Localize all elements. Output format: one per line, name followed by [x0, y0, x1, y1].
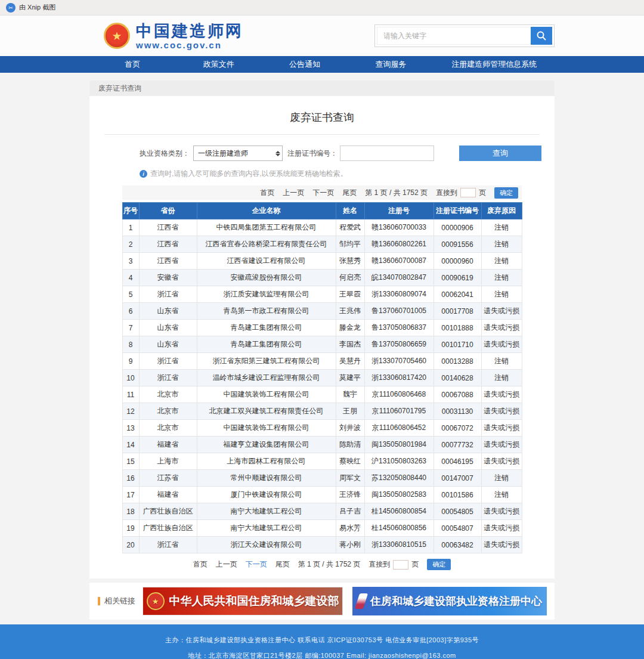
table-row: 20浙江省浙江天众建设有限公司蒋小刚浙13306081051500063482遗… [122, 537, 522, 553]
table-cell: 浙133060817420 [364, 370, 434, 386]
pagination-next-link[interactable]: 下一页 [312, 188, 334, 198]
table-cell: 1 [122, 219, 139, 236]
banner-mohurd-text: 中华人民共和国住房和城乡建设部 [169, 593, 339, 609]
pagination-first-link[interactable]: 首页 [260, 188, 274, 198]
table-cell: 00031130 [434, 403, 481, 420]
banner-registration-center[interactable]: 住房和城乡建设部执业资格注册中心 [352, 587, 547, 615]
related-links-label-wrap: 相关链接 [98, 596, 135, 607]
table-cell: 青岛第一市政工程有限公司 [197, 303, 336, 320]
related-links-label: 相关链接 [104, 596, 135, 607]
table-row: 12北京市北京建工双兴建筑工程有限责任公司王朋京1110607017950003… [122, 403, 522, 420]
nav-item-notice[interactable]: 公告通知 [262, 59, 348, 70]
table-row: 4安徽省安徽疏浚股份有限公司何启亮皖13407080284700090619注销 [122, 270, 522, 286]
table-cell: 注销 [481, 286, 522, 303]
table-header-cell: 企业名称 [197, 203, 336, 219]
table-cell: 浙133060810515 [364, 537, 434, 553]
xnip-label: 由 Xnip 截图 [19, 3, 55, 12]
table-body: 1江西省中铁四局集团第五工程有限公司程爱武赣136060700033000009… [122, 219, 522, 553]
table-cell: 8 [122, 336, 139, 353]
table-cell: 周军文 [336, 470, 364, 487]
goto-page-input[interactable] [460, 188, 476, 197]
pagination-next-link[interactable]: 下一页 [246, 559, 267, 570]
site-name: 中国建造师网 [136, 22, 243, 40]
table-cell: 皖134070802847 [364, 270, 434, 286]
table-row: 1江西省中铁四局集团第五工程有限公司程爱武赣136060700033000009… [122, 219, 522, 236]
table-cell: 赣136060700033 [364, 219, 434, 236]
search-button[interactable] [531, 27, 552, 45]
nav-item-home[interactable]: 首页 [89, 59, 175, 70]
goto-page-input[interactable] [393, 560, 408, 570]
table-cell: 00101888 [434, 320, 481, 336]
table-cell: 青岛建工集团有限公司 [197, 320, 336, 336]
banner-logo-icon [355, 593, 368, 609]
table-cell: 赣136060802261 [364, 236, 434, 253]
table-cell: 00063482 [434, 537, 481, 553]
table-cell: 中国建筑装饰工程有限公司 [197, 386, 336, 403]
table-cell: 7 [122, 320, 139, 336]
goto-label: 直接到 [369, 559, 390, 570]
pagination-page-info: 第 1 页 / 共 1752 页 [365, 188, 428, 198]
cert-number-input[interactable] [340, 146, 434, 161]
goto-confirm-button[interactable]: 确定 [427, 559, 451, 570]
table-row: 17福建省厦门中铁建设有限公司王济锋闽13505080258300101586注… [122, 487, 522, 503]
banner-mohurd[interactable]: ★ 中华人民共和国住房和城乡建设部 [143, 587, 343, 615]
nav-item-system[interactable]: 注册建造师管理信息系统 [434, 59, 555, 70]
table-cell: 遗失或污损 [481, 403, 522, 420]
category-select[interactable]: 一级注册建造师 [193, 146, 283, 161]
content-column: 废弃证书查询 废弃证书查询 执业资格类别： 一级注册建造师 注册证书编号： 查询… [89, 81, 555, 578]
pagination-last-link[interactable]: 尾页 [275, 559, 290, 570]
table-cell: 浙133060809074 [364, 286, 434, 303]
page-unit-label: 页 [411, 559, 419, 570]
table-cell: 4 [122, 270, 139, 286]
table-cell: 浙江省 [139, 370, 197, 386]
table-cell: 浙江省 [139, 286, 197, 303]
pagination-bottom: 首页 上一页 下一页 尾页 第 1 页 / 共 1752 页 直接到 页 确定 [89, 559, 555, 570]
table-row: 16江苏省常州中顺建设有限公司周军文苏13205080844000147007注… [122, 470, 522, 487]
site-logo[interactable]: ★ 中国建造师网 www.coc.gov.cn [104, 22, 243, 50]
pagination-last-link[interactable]: 尾页 [342, 188, 357, 198]
table-row: 3江西省江西省建设工程有限公司张慧秀赣13606070008700000960注… [122, 253, 522, 270]
table-cell: 00090619 [434, 270, 481, 286]
table-cell: 00140628 [434, 370, 481, 386]
table-cell: 南宁大地建筑工程公司 [197, 520, 336, 537]
search-input[interactable] [377, 27, 531, 45]
site-header: ★ 中国建造师网 www.coc.gov.cn [0, 16, 644, 56]
nav-item-policy[interactable]: 政策文件 [175, 59, 261, 70]
table-cell: 易水芳 [336, 520, 364, 537]
nav-inner: 首页 政策文件 公告通知 查询服务 注册建造师管理信息系统 [89, 59, 555, 70]
table-cell: 吕子吉 [336, 503, 364, 520]
table-row: 2江西省江西省宜春公路桥梁工程有限责任公司邹均平赣136060802261000… [122, 236, 522, 253]
site-footer: 主办：住房和城乡建设部执业资格注册中心 联系电话 京ICP证030753号 电信… [0, 624, 644, 659]
page-unit-label: 页 [479, 188, 486, 198]
footer-line-1: 主办：住房和城乡建设部执业资格注册中心 联系电话 京ICP证030753号 电信… [0, 636, 644, 645]
table-cell: 00013288 [434, 353, 481, 370]
table-row: 19广西壮族自治区南宁大地建筑工程公司易水芳桂14506080085600054… [122, 520, 522, 537]
related-links-band: 相关链接 ★ 中华人民共和国住房和城乡建设部 住房和城乡建设部执业资格注册中心 [89, 583, 555, 620]
table-row: 11北京市中国建筑装饰工程有限公司魏宇京11106080646800067088… [122, 386, 522, 403]
table-cell: 北京市 [139, 420, 197, 437]
query-hint-text: 查询时,请输入尽可能多的查询内容,以便系统能更精确地检索。 [150, 169, 348, 179]
table-cell: 中国建筑装饰工程有限公司 [197, 420, 336, 437]
orange-bar-icon [98, 597, 100, 605]
pagination-first-link[interactable]: 首页 [193, 559, 208, 570]
nav-item-query[interactable]: 查询服务 [348, 59, 434, 70]
table-cell: 山东省 [139, 336, 197, 353]
table-cell: 北京市 [139, 386, 197, 403]
table-cell: 魏宇 [336, 386, 364, 403]
table-cell: 00067088 [434, 386, 481, 403]
table-cell: 13 [122, 420, 139, 437]
table-cell: 遗失或污损 [481, 420, 522, 437]
pagination-prev-link[interactable]: 上一页 [283, 188, 304, 198]
table-cell: 江西省 [139, 236, 197, 253]
goto-confirm-button[interactable]: 确定 [494, 187, 518, 199]
table-cell: 江西省建设工程有限公司 [197, 253, 336, 270]
query-button[interactable]: 查询 [459, 146, 541, 161]
table-cell: 00147007 [434, 470, 481, 487]
pagination-prev-link[interactable]: 上一页 [216, 559, 237, 570]
table-cell: 桂145060800856 [364, 520, 434, 537]
table-cell: 北京市 [139, 403, 197, 420]
table-cell: 00091556 [434, 236, 481, 253]
table-cell: 青岛建工集团有限公司 [197, 336, 336, 353]
table-cell: 遗失或污损 [481, 520, 522, 537]
table-header-cell: 序号 [122, 203, 139, 219]
